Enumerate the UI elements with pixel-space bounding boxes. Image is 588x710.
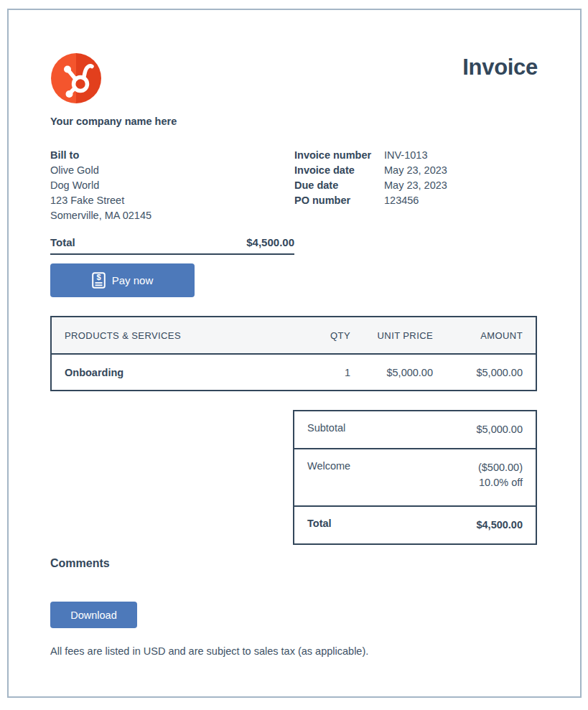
invoice-page: Invoice Your company name here Bill to O… xyxy=(0,0,588,710)
total-banner: Total $4,500.00 xyxy=(50,236,294,255)
po-number-row: PO number 123456 xyxy=(294,193,447,208)
invoice-number-value: INV-1013 xyxy=(384,148,427,163)
pay-now-button[interactable]: $ Pay now xyxy=(50,263,195,297)
invoice-date-value: May 23, 2023 xyxy=(384,163,447,178)
due-date-label: Due date xyxy=(294,178,384,193)
col-products-services: PRODUCTS & SERVICES xyxy=(52,330,314,341)
due-date-value: May 23, 2023 xyxy=(384,178,447,193)
discount-row: Welcome ($500.00) 10.0% off xyxy=(294,449,536,507)
subtotal-label: Subtotal xyxy=(307,422,345,434)
po-number-label: PO number xyxy=(294,193,384,208)
bill-to-line: 123 Fake Street xyxy=(50,193,151,208)
invoice-number-row: Invoice number INV-1013 xyxy=(294,148,447,163)
discount-note: 10.0% off xyxy=(478,475,523,490)
discount-values: ($500.00) 10.0% off xyxy=(478,460,523,490)
total-banner-label: Total xyxy=(50,236,75,248)
total-banner-value: $4,500.00 xyxy=(246,236,294,248)
summary-total-value: $4,500.00 xyxy=(476,518,523,533)
download-label: Download xyxy=(70,609,117,621)
pay-now-label: Pay now xyxy=(112,274,154,286)
col-unit-price: UNIT PRICE xyxy=(350,330,433,341)
due-date-row: Due date May 23, 2023 xyxy=(294,178,447,193)
bill-to-label: Bill to xyxy=(50,148,151,163)
summary-box: Subtotal $5,000.00 Welcome ($500.00) 10.… xyxy=(293,410,537,545)
line-item-unit-price: $5,000.00 xyxy=(350,367,433,378)
discount-label: Welcome xyxy=(307,460,350,472)
invoice-meta-block: Invoice number INV-1013 Invoice date May… xyxy=(294,148,447,208)
hubspot-sprocket-icon xyxy=(51,53,101,103)
page-title: Invoice xyxy=(462,55,538,80)
line-item-qty: 1 xyxy=(314,367,350,378)
comments-heading: Comments xyxy=(50,557,110,570)
bill-to-line: Dog World xyxy=(50,178,151,193)
col-amount: AMOUNT xyxy=(433,330,536,341)
svg-text:$: $ xyxy=(96,273,101,281)
bill-to-line: Olive Gold xyxy=(50,163,151,178)
billing-dollar-icon: $ xyxy=(92,272,106,289)
summary-total-row: Total $4,500.00 xyxy=(294,507,536,543)
footer-disclaimer: All fees are listed in USD and are subje… xyxy=(50,645,368,657)
invoice-date-label: Invoice date xyxy=(294,163,384,178)
po-number-value: 123456 xyxy=(384,193,419,208)
products-table-header: PRODUCTS & SERVICES QTY UNIT PRICE AMOUN… xyxy=(52,317,536,355)
invoice-date-row: Invoice date May 23, 2023 xyxy=(294,163,447,178)
col-qty: QTY xyxy=(314,330,350,341)
download-button[interactable]: Download xyxy=(50,602,137,628)
table-row: Onboarding 1 $5,000.00 $5,000.00 xyxy=(52,355,536,390)
line-item-name: Onboarding xyxy=(52,367,314,378)
discount-value: ($500.00) xyxy=(478,460,523,475)
products-table: PRODUCTS & SERVICES QTY UNIT PRICE AMOUN… xyxy=(50,316,537,391)
company-name: Your company name here xyxy=(50,116,177,127)
subtotal-value: $5,000.00 xyxy=(476,422,523,437)
company-logo xyxy=(51,53,101,103)
line-item-amount: $5,000.00 xyxy=(433,367,536,378)
bill-to-block: Bill to Olive Gold Dog World 123 Fake St… xyxy=(50,148,151,223)
invoice-number-label: Invoice number xyxy=(294,148,384,163)
subtotal-row: Subtotal $5,000.00 xyxy=(294,411,536,449)
bill-to-line: Somerville, MA 02145 xyxy=(50,208,151,223)
summary-total-label: Total xyxy=(307,518,332,529)
